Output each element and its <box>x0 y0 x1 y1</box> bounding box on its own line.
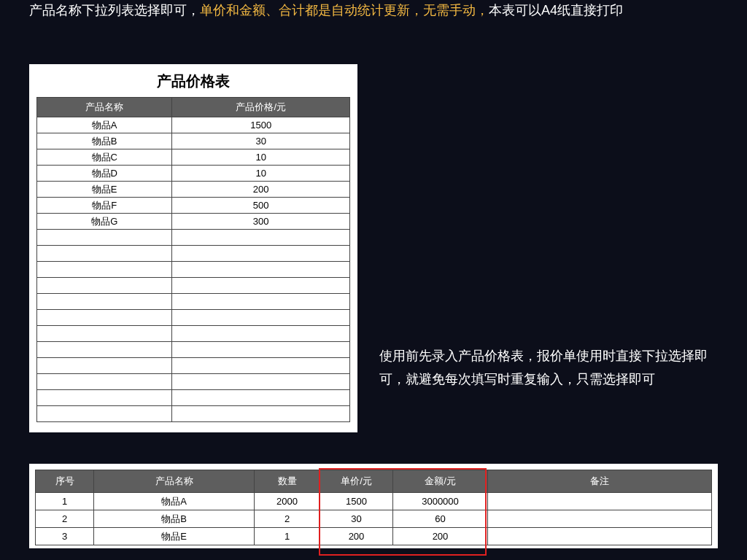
price-table-cell: 物品G <box>37 214 172 230</box>
quote-table-cell: 1500 <box>320 493 393 510</box>
price-table-row <box>37 358 350 374</box>
price-table-cell <box>37 246 172 262</box>
price-table-cell <box>172 262 350 278</box>
price-table-cell <box>37 310 172 326</box>
quote-table-cell: 200 <box>393 528 488 545</box>
price-table-row <box>37 390 350 406</box>
price-table-row: 物品A1500 <box>37 117 350 133</box>
price-table-cell <box>172 326 350 342</box>
price-table-cell: 物品A <box>37 117 172 133</box>
quote-table: 序号 产品名称 数量 单价/元 金额/元 备注 1物品A200015003000… <box>35 470 712 545</box>
price-table-row <box>37 374 350 390</box>
quote-table-container: 序号 产品名称 数量 单价/元 金额/元 备注 1物品A200015003000… <box>29 464 718 548</box>
price-table-cell: 200 <box>172 182 350 198</box>
quote-table-cell: 2 <box>36 510 94 528</box>
price-table-cell <box>172 406 350 422</box>
quote-header-remark: 备注 <box>488 470 712 493</box>
price-table-cell <box>37 342 172 358</box>
price-table-cell <box>172 294 350 310</box>
price-table-cell <box>172 358 350 374</box>
price-table-row <box>37 230 350 246</box>
price-table-cell: 30 <box>172 133 350 149</box>
price-table-container: 产品价格表 产品名称 产品价格/元 物品A1500物品B30物品C10物品D10… <box>29 64 357 432</box>
quote-table-cell <box>488 493 712 510</box>
price-table-cell: 10 <box>172 149 350 166</box>
quote-table-cell: 2 <box>255 510 320 528</box>
price-table-cell <box>37 262 172 278</box>
price-table-row <box>37 262 350 278</box>
price-table-cell <box>172 278 350 294</box>
quote-table-cell: 物品E <box>94 528 255 545</box>
price-table-cell <box>172 230 350 246</box>
price-table-title: 产品价格表 <box>36 71 350 91</box>
quote-table-cell <box>488 528 712 545</box>
price-table-header-name: 产品名称 <box>37 98 172 117</box>
price-table-cell: 1500 <box>172 117 350 133</box>
price-table: 产品名称 产品价格/元 物品A1500物品B30物品C10物品D10物品E200… <box>36 97 350 422</box>
price-table-row: 物品B30 <box>37 133 350 149</box>
price-table-cell: 物品E <box>37 182 172 198</box>
price-table-row <box>37 406 350 422</box>
price-table-cell <box>172 246 350 262</box>
price-table-cell: 500 <box>172 198 350 214</box>
quote-table-row: 1物品A200015003000000 <box>36 493 712 510</box>
price-table-cell <box>37 326 172 342</box>
price-table-header-price: 产品价格/元 <box>172 98 350 117</box>
price-table-row: 物品G300 <box>37 214 350 230</box>
quote-table-cell: 60 <box>393 510 488 528</box>
price-table-cell <box>172 390 350 406</box>
quote-header-name: 产品名称 <box>94 470 255 493</box>
price-table-cell: 10 <box>172 166 350 182</box>
desc-top-text-2: 本表可以A4纸直接打印 <box>489 3 623 18</box>
price-table-row: 物品D10 <box>37 166 350 182</box>
price-table-cell: 物品B <box>37 133 172 149</box>
price-table-row: 物品C10 <box>37 149 350 166</box>
price-table-cell <box>37 406 172 422</box>
price-table-cell: 物品D <box>37 166 172 182</box>
price-table-cell <box>37 294 172 310</box>
quote-table-cell <box>488 510 712 528</box>
desc-top-text-1: 产品名称下拉列表选择即可， <box>29 3 200 18</box>
price-table-row: 物品F500 <box>37 198 350 214</box>
price-table-cell <box>172 374 350 390</box>
description-top: 产品名称下拉列表选择即可，单价和金额、合计都是自动统计更新，无需手动，本表可以A… <box>29 0 718 21</box>
price-table-row <box>37 294 350 310</box>
quote-header-seq: 序号 <box>36 470 94 493</box>
quote-header-unit: 单价/元 <box>320 470 393 493</box>
price-table-cell <box>172 310 350 326</box>
quote-table-cell: 1 <box>36 493 94 510</box>
quote-table-cell: 30 <box>320 510 393 528</box>
quote-table-cell: 200 <box>320 528 393 545</box>
price-table-row <box>37 326 350 342</box>
price-table-cell: 物品F <box>37 198 172 214</box>
description-right: 使用前先录入产品价格表，报价单使用时直接下拉选择即可，就避免每次填写时重复输入，… <box>379 344 718 392</box>
price-table-cell: 300 <box>172 214 350 230</box>
quote-table-cell: 3 <box>36 528 94 545</box>
quote-table-row: 3物品E1200200 <box>36 528 712 545</box>
price-table-row <box>37 310 350 326</box>
price-table-cell <box>37 278 172 294</box>
quote-header-qty: 数量 <box>255 470 320 493</box>
quote-table-cell: 物品A <box>94 493 255 510</box>
quote-table-row: 2物品B23060 <box>36 510 712 528</box>
desc-top-highlight: 单价和金额、合计都是自动统计更新，无需手动， <box>200 3 489 18</box>
quote-header-amount: 金额/元 <box>393 470 488 493</box>
quote-table-cell: 1 <box>255 528 320 545</box>
price-table-cell <box>172 342 350 358</box>
price-table-row <box>37 278 350 294</box>
price-table-row <box>37 342 350 358</box>
quote-table-cell: 3000000 <box>393 493 488 510</box>
price-table-cell <box>37 230 172 246</box>
price-table-cell: 物品C <box>37 149 172 166</box>
quote-table-cell: 2000 <box>255 493 320 510</box>
price-table-row: 物品E200 <box>37 182 350 198</box>
quote-table-cell: 物品B <box>94 510 255 528</box>
price-table-row <box>37 246 350 262</box>
price-table-cell <box>37 374 172 390</box>
price-table-cell <box>37 390 172 406</box>
price-table-cell <box>37 358 172 374</box>
